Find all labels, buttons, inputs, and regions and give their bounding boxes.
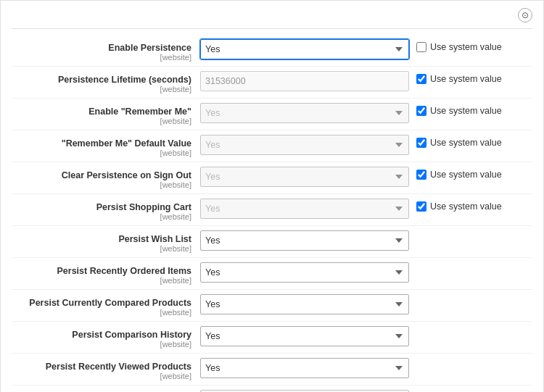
system-col [416,326,532,329]
system-value-checkbox[interactable] [416,201,426,212]
collapse-button[interactable]: ⊙ [518,8,532,22]
system-col [416,358,532,361]
form-row: "Remember Me" Default Value[website]YesN… [12,130,532,162]
field-sublabel: [website] [12,340,191,349]
field-sublabel: [website] [12,244,191,253]
control-col: YesNo [200,199,416,219]
field-sublabel: [website] [12,372,191,380]
control-col: YesNo [200,103,416,123]
field-sublabel: [website] [12,276,191,285]
control-col: YesNo [200,230,416,251]
field-label: Clear Persistence on Sign Out [12,170,191,180]
form-row: Persist Customer Group Membership and Se… [12,385,532,392]
field-label: Persist Wish List [12,234,191,244]
form-row: Persist Wish List[website]YesNo [12,226,532,258]
system-value-checkbox-wrap[interactable]: Use system value [416,201,502,212]
label-col: "Remember Me" Default Value[website] [12,135,200,157]
label-col: Persistence Lifetime (seconds)[website] [12,71,200,93]
label-col: Persist Comparison History[website] [12,326,200,349]
control-col: YesNo [200,262,416,283]
form-row: Persist Currently Compared Products[webs… [12,290,532,322]
label-col: Persist Recently Ordered Items[website] [12,262,200,285]
system-value-checkbox-wrap[interactable]: Use system value [416,74,502,84]
field-select[interactable]: YesNo [200,326,409,346]
label-col: Enable Persistence[website] [12,39,200,62]
system-col [416,262,532,265]
system-value-checkbox[interactable] [416,42,426,52]
label-col: Enable "Remember Me"[website] [12,103,200,125]
field-sublabel: [website] [12,212,191,221]
field-label: Persist Shopping Cart [12,202,191,212]
system-value-checkbox[interactable] [416,74,426,84]
system-value-label: Use system value [430,201,502,212]
field-label: Persistence Lifetime (seconds) [12,75,191,85]
field-select[interactable]: YesNo [200,199,409,219]
control-col: YesNo [200,326,416,346]
field-sublabel: [website] [12,53,191,62]
label-col: Persist Shopping Cart[website] [12,199,200,221]
section-header: ⊙ [12,8,532,29]
system-col: Use system value [416,39,532,52]
field-label: Enable "Remember Me" [12,107,191,117]
system-col: Use system value [416,103,532,116]
field-sublabel: [website] [12,180,191,189]
system-value-checkbox-wrap[interactable]: Use system value [416,106,502,116]
general-options-section: ⊙ Enable Persistence[website]YesNoUse sy… [0,0,544,392]
label-col: Persist Currently Compared Products[webs… [12,294,200,317]
field-select[interactable]: YesNo [200,294,409,314]
field-input[interactable] [200,71,409,91]
collapse-icon: ⊙ [522,10,529,20]
control-col: YesNo [200,294,416,314]
field-label: Enable Persistence [12,43,191,53]
form-row: Persist Comparison History[website]YesNo [12,322,532,354]
form-row: Enable Persistence[website]YesNoUse syst… [12,35,532,67]
system-value-label: Use system value [430,74,502,84]
field-select[interactable]: YesNo [200,167,409,187]
system-col: Use system value [416,135,532,148]
system-col [416,294,532,297]
field-sublabel: [website] [12,117,191,125]
system-value-label: Use system value [430,170,502,180]
form-row: Persist Shopping Cart[website]YesNoUse s… [12,194,532,226]
system-value-checkbox[interactable] [416,170,426,180]
form-row: Persist Recently Ordered Items[website]Y… [12,258,532,290]
label-col: Persist Wish List[website] [12,230,200,253]
field-select[interactable]: YesNo [200,135,409,155]
control-col: YesNo [200,39,416,59]
system-value-checkbox-wrap[interactable]: Use system value [416,42,502,52]
system-value-label: Use system value [430,138,502,148]
control-col: YesNo [200,358,416,378]
field-label: Persist Recently Ordered Items [12,266,191,276]
field-sublabel: [website] [12,85,191,93]
system-value-label: Use system value [430,42,502,52]
system-col: Use system value [416,167,532,180]
form-rows-container: Enable Persistence[website]YesNoUse syst… [12,35,532,392]
label-col: Clear Persistence on Sign Out[website] [12,167,200,189]
field-sublabel: [website] [12,149,191,157]
field-select[interactable]: YesNo [200,230,409,251]
system-col: Use system value [416,199,532,212]
form-row: Persist Recently Viewed Products[website… [12,354,532,385]
form-row: Enable "Remember Me"[website]YesNoUse sy… [12,99,532,130]
system-col [416,230,532,233]
form-row: Persistence Lifetime (seconds)[website]U… [12,67,532,99]
field-label: Persist Comparison History [12,330,191,340]
field-select[interactable]: YesNo [200,358,409,378]
field-select[interactable]: YesNo [200,262,409,283]
system-value-checkbox-wrap[interactable]: Use system value [416,138,502,148]
system-value-checkbox-wrap[interactable]: Use system value [416,170,502,180]
system-value-checkbox[interactable] [416,138,426,148]
field-sublabel: [website] [12,308,191,317]
label-col: Persist Recently Viewed Products[website… [12,358,200,380]
system-value-checkbox[interactable] [416,106,426,116]
control-col [200,71,416,91]
field-label: Persist Currently Compared Products [12,298,191,308]
control-col: YesNo [200,167,416,187]
system-value-label: Use system value [430,106,502,116]
system-col: Use system value [416,71,532,84]
field-label: "Remember Me" Default Value [12,138,191,149]
field-select[interactable]: YesNo [200,39,409,59]
control-col: YesNo [200,135,416,155]
field-select[interactable]: YesNo [200,103,409,123]
field-label: Persist Recently Viewed Products [12,362,191,372]
